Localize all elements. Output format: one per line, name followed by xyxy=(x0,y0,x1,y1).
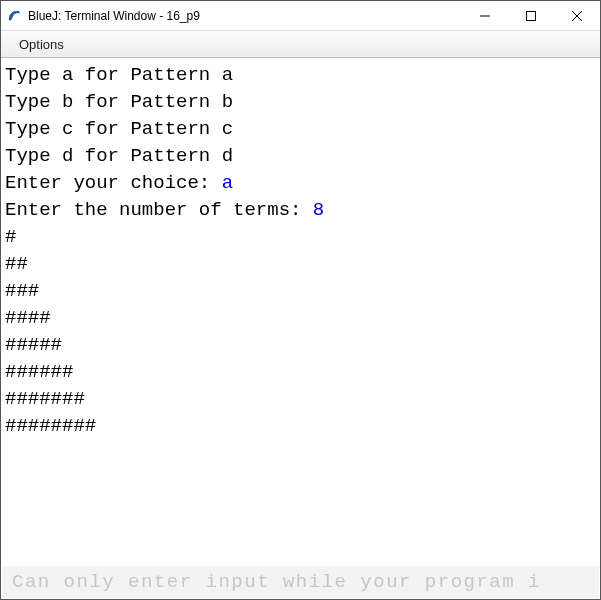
minimize-button[interactable] xyxy=(462,1,508,30)
terminal-line: Type a for Pattern a xyxy=(5,64,233,86)
menu-options[interactable]: Options xyxy=(13,34,70,55)
terminal-line: Type d for Pattern d xyxy=(5,145,233,167)
terminal-output: Type a for Pattern a Type b for Pattern … xyxy=(1,58,600,541)
svg-point-0 xyxy=(17,10,19,12)
terminal-line: # xyxy=(5,226,16,248)
terminal-line: ## xyxy=(5,253,28,275)
user-input-terms: 8 xyxy=(313,199,324,221)
terminal-prompt: Enter the number of terms: xyxy=(5,199,313,221)
terminal-line: Type c for Pattern c xyxy=(5,118,233,140)
terminal-line: ##### xyxy=(5,334,62,356)
menubar: Options xyxy=(1,31,600,58)
terminal-line: ####### xyxy=(5,388,85,410)
window-controls xyxy=(462,1,600,30)
maximize-button[interactable] xyxy=(508,1,554,30)
terminal-line: ######## xyxy=(5,415,96,437)
terminal-prompt: Enter your choice: xyxy=(5,172,222,194)
titlebar[interactable]: BlueJ: Terminal Window - 16_p9 xyxy=(1,1,600,31)
input-footer[interactable]: Can only enter input while your program … xyxy=(2,566,599,598)
input-placeholder: Can only enter input while your program … xyxy=(12,571,541,593)
window-title: BlueJ: Terminal Window - 16_p9 xyxy=(28,9,462,23)
terminal-line: #### xyxy=(5,307,51,329)
bluej-icon xyxy=(7,8,23,24)
close-button[interactable] xyxy=(554,1,600,30)
terminal-line: ### xyxy=(5,280,39,302)
terminal-line: Type b for Pattern b xyxy=(5,91,233,113)
svg-rect-2 xyxy=(527,11,536,20)
user-input-choice: a xyxy=(222,172,233,194)
terminal-line: ###### xyxy=(5,361,73,383)
